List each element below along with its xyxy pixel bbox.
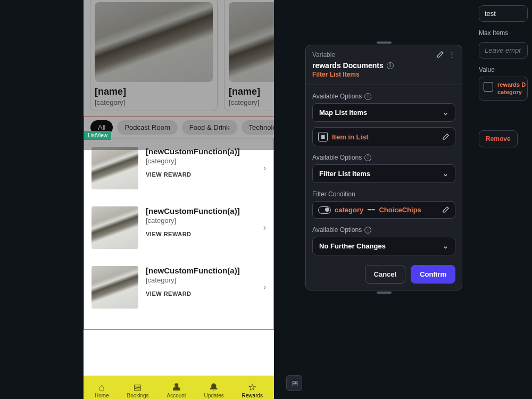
view-reward-button[interactable]: VIEW REWARD [146, 171, 256, 178]
remove-button[interactable]: Remove [479, 130, 518, 147]
monitor-icon: 🖥︎ [290, 379, 298, 388]
more-icon[interactable]: ⋮ [448, 51, 455, 59]
list-item-icon: ≣ [318, 132, 328, 142]
test-input[interactable]: test [479, 5, 528, 22]
card-name: [name] [95, 86, 213, 97]
chevron-right-icon: › [263, 223, 266, 232]
info-icon[interactable]: i [387, 62, 394, 69]
device-preview-button[interactable]: 🖥︎ [286, 375, 302, 391]
available-options-label: Available Optionsi [312, 154, 455, 161]
card-category: [category] [229, 98, 274, 106]
card-name: [name] [229, 86, 274, 97]
cards-row: [name] [category] [name] [category] [84, 0, 274, 117]
value-label: Value [479, 66, 532, 73]
available-options-label: Available Optionsi [312, 226, 455, 234]
view-reward-button[interactable]: VIEW REWARD [146, 231, 256, 237]
edit-icon[interactable] [442, 133, 450, 141]
home-icon: ⌂ [99, 383, 105, 392]
list-item-image [92, 206, 138, 249]
drag-handle-icon[interactable] [377, 292, 392, 294]
drag-handle-icon[interactable] [377, 41, 392, 44]
variable-label: Variable [312, 51, 431, 59]
panel-subtitle: Filter List Items [312, 71, 455, 78]
choice-chips: All Podcast Room Food & Drink Technology… [84, 117, 274, 138]
edit-icon[interactable] [442, 206, 450, 214]
no-further-changes-select[interactable]: No Further Changes⌄ [312, 237, 455, 255]
chevron-right-icon: › [263, 163, 266, 173]
reward-card[interactable]: [name] [category] [90, 0, 218, 111]
document-icon [484, 82, 493, 92]
chip-food-drink[interactable]: Food & Drink [182, 120, 237, 135]
nav-account[interactable]: 👤︎Account [167, 383, 186, 398]
toggle-icon[interactable] [318, 206, 331, 214]
info-icon[interactable]: i [364, 227, 371, 234]
list-item-title: [newCustomFunction(a)] [146, 206, 256, 215]
calendar-icon: 📅︎ [133, 383, 143, 392]
map-list-items-select[interactable]: Map List Items⌄ [312, 103, 455, 122]
list-item-image [92, 266, 138, 309]
chip-podcast-room[interactable]: Podcast Room [117, 120, 177, 135]
list-item-category: [category] [146, 276, 256, 284]
nav-home[interactable]: ⌂Home [95, 383, 109, 398]
chip-technology[interactable]: Technology [242, 120, 274, 135]
star-icon: ☆ [248, 383, 256, 392]
card-category: [category] [95, 98, 213, 106]
properties-sidebar: test Max Items Leave empt Value rewards … [479, 0, 532, 399]
list-item-image [92, 147, 138, 189]
info-icon[interactable]: i [364, 154, 371, 161]
bottom-nav: ⌂Home 📅︎Bookings 👤︎Account 🔔︎Updates ☆Re… [84, 376, 274, 399]
chevron-down-icon: ⌄ [443, 170, 448, 178]
list-item-category: [category] [146, 157, 256, 165]
card-image [229, 2, 274, 82]
max-items-label: Max Items [479, 29, 532, 37]
list-item[interactable]: [newCustomFunction(a)] [category] VIEW R… [92, 257, 266, 317]
list-item[interactable]: [newCustomFunction(a)] [category] VIEW R… [92, 198, 266, 257]
nav-rewards[interactable]: ☆Rewards [242, 383, 263, 398]
value-binding-chip[interactable]: rewards Dcategory [479, 77, 528, 101]
info-icon[interactable]: i [364, 93, 371, 100]
available-options-label: Available Optionsi [312, 93, 455, 100]
cancel-button[interactable]: Cancel [365, 265, 406, 284]
variable-config-panel: Variable ⋮ rewards Documentsi Filter Lis… [305, 45, 462, 290]
listview[interactable]: [newCustomFunction(a)] [category] VIEW R… [84, 138, 274, 330]
chevron-down-icon: ⌄ [443, 242, 448, 250]
confirm-button[interactable]: Confirm [411, 265, 455, 284]
filter-condition-expression[interactable]: category == ChoiceChips [312, 201, 455, 219]
nav-bookings[interactable]: 📅︎Bookings [127, 383, 148, 398]
phone-preview: [name] [category] [name] [category] All … [84, 0, 274, 399]
nav-updates[interactable]: 🔔︎Updates [204, 383, 223, 398]
bell-icon: 🔔︎ [209, 383, 219, 392]
view-reward-button[interactable]: VIEW REWARD [146, 290, 256, 297]
filter-list-items-select[interactable]: Filter List Items⌄ [312, 164, 455, 183]
chevron-down-icon: ⌄ [443, 109, 448, 117]
list-item-category: [category] [146, 217, 256, 225]
max-items-input[interactable]: Leave empt [479, 42, 528, 59]
chevron-right-icon: › [263, 282, 266, 292]
listview-selection-badge: ListView [84, 131, 111, 140]
filter-condition-label: Filter Condition [312, 190, 455, 198]
list-item-title: [newCustomFunction(a)] [146, 147, 256, 156]
item-in-list-token[interactable]: ≣ Item in List [312, 127, 455, 146]
edit-icon[interactable] [436, 51, 444, 59]
reward-card[interactable]: [name] [category] [224, 0, 274, 111]
person-icon: 👤︎ [172, 383, 181, 392]
panel-title: rewards Documentsi [312, 61, 455, 70]
list-item-title: [newCustomFunction(a)] [146, 266, 256, 275]
list-item[interactable]: [newCustomFunction(a)] [category] VIEW R… [92, 138, 266, 198]
card-image [95, 2, 213, 82]
